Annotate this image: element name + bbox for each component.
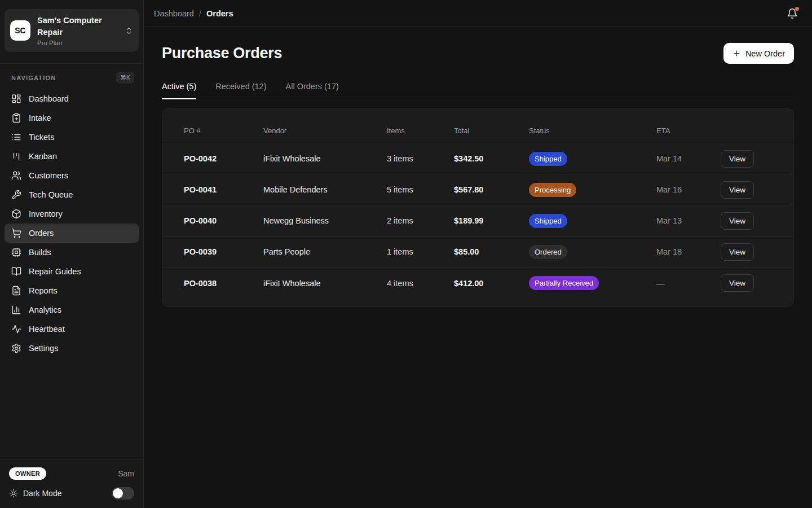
view-order-button[interactable]: View bbox=[721, 243, 754, 261]
sidebar-item-tickets[interactable]: Tickets bbox=[5, 128, 139, 147]
page-content: Purchase Orders New Order Active (5)Rece… bbox=[144, 27, 812, 307]
status-badge: Partially Received bbox=[529, 276, 599, 290]
cell-status: Partially Received bbox=[529, 276, 656, 290]
table-row: PO-0038iFixit Wholesale4 items$412.00Par… bbox=[162, 268, 793, 299]
chevrons-up-down-icon bbox=[125, 27, 133, 35]
cell-po-number: PO-0041 bbox=[184, 185, 263, 194]
title-row: Purchase Orders New Order bbox=[162, 43, 794, 64]
tab-received-12[interactable]: Received (12) bbox=[215, 82, 266, 99]
clipboard-plus-icon bbox=[11, 113, 21, 123]
cell-actions: View bbox=[721, 243, 793, 261]
breadcrumb: Dashboard/Orders bbox=[154, 9, 233, 18]
nav-section-label: NAVIGATION bbox=[11, 75, 56, 81]
tab-all-orders-17[interactable]: All Orders (17) bbox=[286, 82, 339, 99]
new-order-label: New Order bbox=[745, 49, 785, 58]
status-badge: Shipped bbox=[529, 152, 567, 166]
footer-user-row: OWNER Sam bbox=[9, 467, 134, 480]
dark-mode-toggle[interactable] bbox=[112, 487, 134, 500]
sidebar-item-repair-guides[interactable]: Repair Guides bbox=[5, 262, 139, 281]
cell-eta: Mar 13 bbox=[656, 216, 721, 225]
sidebar-item-heartbeat[interactable]: Heartbeat bbox=[5, 319, 139, 339]
table-row: PO-0040Newegg Business2 items$189.99Ship… bbox=[162, 205, 793, 237]
cell-po-number: PO-0039 bbox=[184, 247, 263, 256]
nav-header: NAVIGATION ⌘K bbox=[0, 64, 143, 88]
cell-total: $189.99 bbox=[454, 216, 529, 225]
cell-status: Shipped bbox=[529, 214, 656, 228]
role-badge: OWNER bbox=[9, 467, 46, 480]
sidebar-item-tech-queue[interactable]: Tech Queue bbox=[5, 185, 139, 204]
team-info: Sam's Computer Repair Pro Plan bbox=[37, 15, 118, 46]
sidebar-item-label: Analytics bbox=[29, 305, 61, 314]
nav-list: DashboardIntakeTicketsKanbanCustomersTec… bbox=[0, 88, 143, 359]
cell-items: 4 items bbox=[387, 279, 454, 288]
sidebar-item-settings[interactable]: Settings bbox=[5, 339, 139, 358]
sidebar-item-label: Heartbeat bbox=[29, 325, 65, 334]
cell-status: Shipped bbox=[529, 152, 656, 166]
table-body: PO-0042iFixit Wholesale3 items$342.50Shi… bbox=[162, 143, 793, 299]
cell-eta: Mar 16 bbox=[656, 185, 721, 194]
breadcrumb-item-dashboard[interactable]: Dashboard bbox=[154, 9, 194, 18]
sidebar-item-label: Kanban bbox=[29, 152, 57, 161]
status-badge: Processing bbox=[529, 183, 576, 197]
cell-actions: View bbox=[721, 274, 793, 292]
breadcrumb-item-orders[interactable]: Orders bbox=[206, 9, 233, 18]
sidebar-item-kanban[interactable]: Kanban bbox=[5, 147, 139, 166]
sidebar-item-orders[interactable]: Orders bbox=[5, 224, 139, 243]
sidebar-item-builds[interactable]: Builds bbox=[5, 243, 139, 262]
cell-items: 1 items bbox=[387, 247, 454, 256]
new-order-button[interactable]: New Order bbox=[723, 43, 794, 64]
cell-vendor: Parts People bbox=[263, 247, 387, 256]
cell-total: $412.00 bbox=[454, 279, 529, 288]
plus-icon bbox=[732, 49, 741, 58]
table-row: PO-0039Parts People1 items$85.00OrderedM… bbox=[162, 237, 793, 268]
view-order-button[interactable]: View bbox=[721, 150, 754, 168]
shopping-cart-icon bbox=[11, 228, 21, 238]
sidebar-item-analytics[interactable]: Analytics bbox=[5, 300, 139, 319]
sidebar-item-label: Tech Queue bbox=[29, 190, 73, 199]
sidebar-item-customers[interactable]: Customers bbox=[5, 166, 139, 185]
cell-vendor: Mobile Defenders bbox=[263, 185, 387, 194]
tab-active-5[interactable]: Active (5) bbox=[162, 82, 196, 99]
cell-items: 5 items bbox=[387, 185, 454, 194]
column-header-eta: ETA bbox=[656, 126, 721, 135]
sidebar-footer: OWNER Sam Dark Mode bbox=[0, 459, 143, 508]
cell-vendor: iFixit Wholesale bbox=[263, 154, 387, 163]
sun-icon bbox=[9, 489, 18, 498]
kanban-icon bbox=[11, 151, 21, 161]
sidebar-item-label: Orders bbox=[29, 229, 54, 238]
wrench-icon bbox=[11, 190, 21, 200]
app-window: SC Sam's Computer Repair Pro Plan NAVIGA… bbox=[0, 0, 812, 508]
team-name: Sam's Computer Repair bbox=[37, 15, 118, 38]
notifications-button[interactable] bbox=[784, 5, 801, 22]
sidebar-item-dashboard[interactable]: Dashboard bbox=[5, 89, 139, 108]
dashboard-icon bbox=[11, 94, 21, 104]
cell-actions: View bbox=[721, 150, 793, 168]
sidebar-item-reports[interactable]: Reports bbox=[5, 281, 139, 300]
page-title: Purchase Orders bbox=[162, 45, 282, 62]
cpu-icon bbox=[11, 247, 21, 257]
cell-actions: View bbox=[721, 212, 793, 230]
team-plan: Pro Plan bbox=[37, 40, 118, 46]
view-order-button[interactable]: View bbox=[721, 181, 754, 199]
sidebar-item-label: Repair Guides bbox=[29, 267, 81, 276]
cell-eta: Mar 14 bbox=[656, 154, 721, 163]
cell-po-number: PO-0040 bbox=[184, 216, 263, 225]
orders-table-card: PO #VendorItemsTotalStatusETA PO-0042iFi… bbox=[162, 108, 794, 307]
command-k-shortcut[interactable]: ⌘K bbox=[116, 72, 134, 84]
toggle-knob bbox=[113, 488, 123, 498]
view-order-button[interactable]: View bbox=[721, 274, 754, 292]
cell-status: Ordered bbox=[529, 245, 656, 259]
cell-items: 2 items bbox=[387, 216, 454, 225]
team-switcher[interactable]: SC Sam's Computer Repair Pro Plan bbox=[5, 9, 139, 52]
view-order-button[interactable]: View bbox=[721, 212, 754, 230]
topbar: Dashboard/Orders bbox=[144, 0, 812, 27]
activity-icon bbox=[11, 324, 21, 334]
sidebar-item-intake[interactable]: Intake bbox=[5, 108, 139, 128]
sidebar-item-inventory[interactable]: Inventory bbox=[5, 204, 139, 224]
sidebar-item-label: Customers bbox=[29, 171, 68, 180]
column-header-po: PO # bbox=[184, 126, 263, 135]
breadcrumb-separator: / bbox=[199, 9, 201, 18]
file-text-icon bbox=[11, 286, 21, 296]
table-row: PO-0041Mobile Defenders5 items$567.80Pro… bbox=[162, 174, 793, 205]
table-header: PO #VendorItemsTotalStatusETA bbox=[162, 108, 793, 143]
